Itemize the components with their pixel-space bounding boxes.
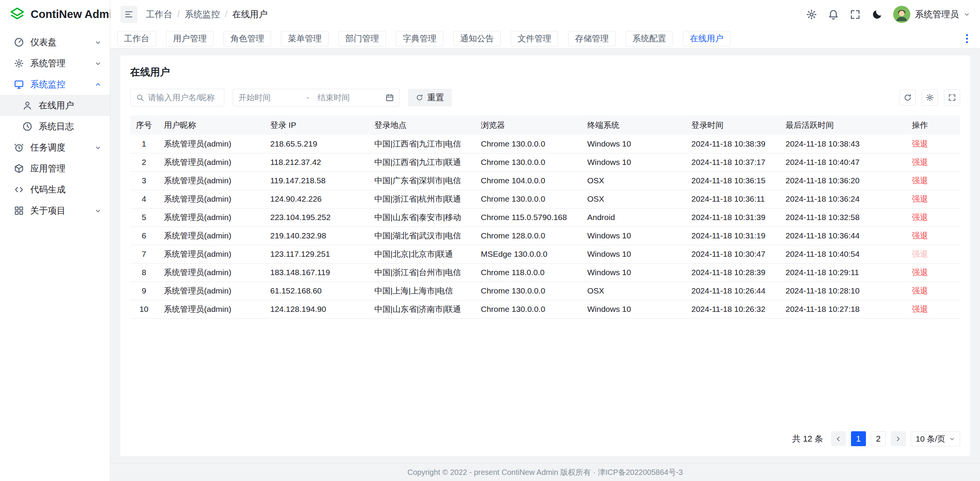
cell-index: 6: [130, 227, 158, 245]
cell-location: 中国|浙江省|杭州市|联通: [368, 190, 475, 208]
fullscreen-icon[interactable]: [849, 9, 861, 20]
user-menu[interactable]: 系统管理员: [893, 6, 970, 23]
force-logout-link[interactable]: 强退: [912, 213, 928, 222]
force-logout-link[interactable]: 强退: [912, 231, 928, 240]
table-fullscreen-button[interactable]: [944, 90, 960, 106]
pagination-next-button[interactable]: [891, 431, 906, 446]
cell-index: 8: [130, 263, 158, 282]
online-users-table: 序号用户昵称登录 IP登录地点浏览器终端系统登录时间最后活跃时间操作 1系统管理…: [130, 116, 960, 319]
tab-dept-management[interactable]: 部门管理: [338, 31, 386, 46]
cell-index: 10: [130, 300, 158, 318]
force-logout-link[interactable]: 强退: [912, 194, 928, 203]
cell-ip: 218.65.5.219: [264, 135, 368, 153]
force-logout-link[interactable]: 强退: [912, 305, 928, 313]
tab-role-management[interactable]: 角色管理: [224, 31, 271, 46]
cell-ip: 61.152.168.60: [264, 282, 368, 300]
cell-ip: 219.140.232.98: [264, 227, 368, 245]
force-logout-link[interactable]: 强退: [912, 286, 928, 295]
reset-button[interactable]: 重置: [408, 89, 452, 106]
cell-os: OSX: [581, 282, 685, 300]
tab-more-icon[interactable]: [961, 33, 973, 45]
gear-icon: [926, 93, 934, 102]
tab-system-config[interactable]: 系统配置: [626, 31, 673, 46]
cell-browser: Chrome 128.0.0.0: [475, 227, 581, 245]
cell-login_time: 2024-11-18 10:37:17: [685, 153, 779, 171]
force-logout-link[interactable]: 强退: [912, 139, 928, 148]
expand-icon: [948, 93, 956, 102]
cell-location: 中国|江西省|九江市|联通: [368, 153, 475, 171]
cell-last_active_time: 2024-11-18 10:40:54: [779, 245, 906, 263]
force-logout-link[interactable]: 强退: [912, 176, 928, 185]
notifications-icon[interactable]: [828, 9, 839, 20]
sidebar-item-system-management[interactable]: 系统管理: [0, 53, 110, 74]
dark-mode-icon[interactable]: [871, 9, 883, 20]
sidebar-item-system-logs[interactable]: 系统日志: [0, 116, 110, 137]
app-logo[interactable]: ContiNew Admin: [0, 0, 110, 29]
sidebar-item-app-management[interactable]: 应用管理: [0, 158, 110, 179]
breadcrumb-item[interactable]: 在线用户: [232, 8, 268, 20]
date-separator: -: [307, 93, 309, 102]
sidebar-item-system-monitor[interactable]: 系统监控: [0, 74, 110, 95]
settings-icon[interactable]: [806, 9, 817, 20]
reset-label: 重置: [427, 92, 444, 103]
sidebar-item-label: 系统日志: [39, 121, 101, 132]
tab-dict-management[interactable]: 字典管理: [396, 31, 443, 46]
breadcrumb-separator: /: [225, 9, 227, 20]
sidebar-item-label: 在线用户: [39, 99, 101, 111]
breadcrumb-item[interactable]: 系统监控: [185, 8, 220, 20]
cell-browser: Chrome 118.0.0.0: [475, 263, 581, 282]
tab-menu-management[interactable]: 菜单管理: [281, 31, 328, 46]
content-area: 在线用户 开始时间 - 结束时间 重置: [110, 49, 980, 463]
sidebar-item-code-generation[interactable]: 代码生成: [0, 179, 110, 200]
date-end-placeholder: 结束时间: [312, 92, 383, 103]
column-header-last_active_time: 最后活跃时间: [779, 116, 906, 135]
refresh-button[interactable]: [900, 90, 916, 106]
chevron-down-icon: [95, 39, 101, 46]
date-range-picker[interactable]: 开始时间 - 结束时间: [233, 89, 400, 106]
tab-user-management[interactable]: 用户管理: [166, 31, 214, 46]
logo-icon: [9, 7, 25, 23]
sidebar-item-online-users[interactable]: 在线用户: [0, 95, 110, 116]
user-name: 系统管理员: [915, 8, 959, 20]
cell-nickname: 系统管理员(admin): [158, 282, 264, 300]
force-logout-link[interactable]: 强退: [912, 268, 928, 277]
sidebar-collapse-button[interactable]: [120, 6, 137, 23]
sidebar-item-task-schedule[interactable]: 任务调度: [0, 137, 110, 158]
cell-login_time: 2024-11-18 10:26:44: [685, 282, 779, 300]
cell-nickname: 系统管理员(admin): [158, 171, 264, 190]
search-input[interactable]: [148, 93, 219, 102]
tab-notice[interactable]: 通知公告: [453, 31, 501, 46]
force-logout-link[interactable]: 强退: [912, 158, 928, 166]
column-settings-button[interactable]: [922, 90, 938, 106]
pagination-total: 共 12 条: [792, 433, 823, 445]
tab-file-management[interactable]: 文件管理: [511, 31, 558, 46]
cell-location: 中国|广东省|深圳市|电信: [368, 171, 475, 190]
cell-os: OSX: [581, 171, 685, 190]
pagination: 共 12 条 12 10 条/页: [130, 423, 960, 446]
box-icon: [14, 163, 24, 174]
sidebar-item-label: 应用管理: [30, 163, 101, 174]
table-toolbar: [900, 90, 960, 106]
sidebar-item-dashboard[interactable]: 仪表盘: [0, 32, 110, 53]
pagination-prev-button[interactable]: [831, 431, 846, 446]
cell-nickname: 系统管理员(admin): [158, 245, 264, 263]
main-column: 工作台/系统监控/在线用户 系统管理员 工作台用户管理角色管理菜单管理部门管理字…: [110, 0, 980, 481]
sidebar-item-label: 任务调度: [30, 142, 88, 153]
search-box: [130, 89, 224, 106]
tab-storage-management[interactable]: 存储管理: [568, 31, 616, 46]
chevron-left-icon: [835, 435, 842, 443]
pagination-page-1[interactable]: 1: [851, 431, 866, 446]
cell-ip: 118.212.37.42: [264, 153, 368, 171]
table-row: 5系统管理员(admin)223.104.195.252中国|山东省|泰安市|移…: [130, 208, 960, 227]
cell-ip: 223.104.195.252: [264, 208, 368, 227]
sidebar-item-about-project[interactable]: 关于项目: [0, 200, 110, 221]
page-size-select[interactable]: 10 条/页: [911, 431, 960, 446]
pagination-page-2[interactable]: 2: [871, 431, 886, 446]
tab-online-users[interactable]: 在线用户: [683, 31, 730, 46]
cell-login_time: 2024-11-18 10:31:39: [685, 208, 779, 227]
breadcrumb-item[interactable]: 工作台: [146, 8, 172, 20]
cell-last_active_time: 2024-11-18 10:32:58: [779, 208, 906, 227]
reset-icon: [416, 94, 423, 101]
table-header-row: 序号用户昵称登录 IP登录地点浏览器终端系统登录时间最后活跃时间操作: [130, 116, 960, 135]
tab-workbench[interactable]: 工作台: [117, 31, 156, 46]
